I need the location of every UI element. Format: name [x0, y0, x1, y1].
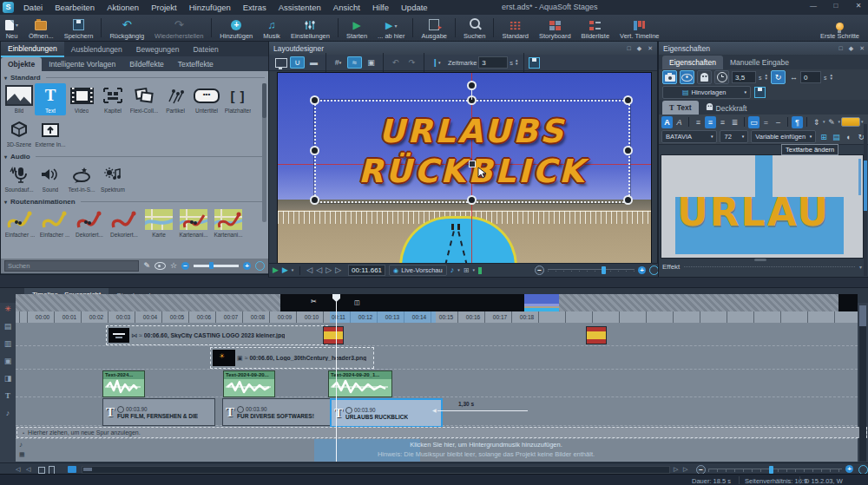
text-lines-button[interactable]: ▤ — [832, 131, 841, 143]
toolbar-starten-button[interactable]: ▶ Starten — [341, 16, 372, 40]
close-button[interactable]: ✕ — [851, 0, 866, 10]
toolbox-item-3d-szene[interactable]: 3D-Szene — [3, 117, 35, 149]
toolbox-item-bild[interactable]: Bild — [3, 83, 35, 115]
timeline-item-text-selected[interactable]: T 00:03.90 URLAUBS RÜCKBLICK — [330, 398, 443, 428]
play-from-marker-button[interactable]: ▶ — [282, 266, 288, 274]
zoom-out-button[interactable]: − — [181, 262, 189, 270]
play-button[interactable]: ▶ — [273, 266, 279, 274]
duration-value-field[interactable]: 3,5 — [732, 71, 756, 83]
close-panel-icon[interactable]: ✕ — [648, 45, 653, 51]
reset-zoom-button[interactable] — [255, 261, 265, 271]
offset-stepper[interactable]: ▲▼ — [829, 74, 832, 81]
audio-preview-icon[interactable]: ♪ — [450, 266, 455, 274]
toolbar-neu-button[interactable]: ▾ Neu — [0, 16, 23, 40]
resize-handle-sw[interactable] — [310, 195, 319, 205]
toolbar-hinzufuegen-button[interactable]: + Hinzufügen — [214, 16, 258, 40]
tab-ausblendungen[interactable]: Ausblendungen — [64, 43, 129, 56]
menu-update[interactable]: Update — [395, 1, 434, 14]
toolbox-item-sound[interactable]: Sound — [35, 162, 66, 194]
text-selection-box[interactable]: URLAUBS RÜCKBLICK — [314, 100, 630, 203]
toolbar-wiederherstellen-button[interactable]: ↷ Wiederherstellen — [149, 16, 208, 40]
resize-handle-se[interactable] — [623, 195, 633, 205]
preview-zoom-out[interactable]: − — [535, 265, 544, 275]
curve-mode-button[interactable]: ≈ — [347, 56, 362, 69]
scroll-right-icon[interactable]: ▷ — [674, 466, 678, 472]
line-spacing-button[interactable]: ⇕ — [811, 116, 822, 128]
maximize-button[interactable]: □ — [828, 0, 844, 10]
toolbox-scrollbar[interactable] — [262, 83, 266, 222]
opacity-button[interactable] — [697, 70, 712, 84]
toolbox-item-externe[interactable]: Externe In... — [35, 117, 66, 149]
tab-manuelle-eingabe[interactable]: Manuelle Eingabe — [723, 56, 796, 69]
pin-panel-icon[interactable]: ◆ — [637, 45, 641, 51]
toolbar-musik-button[interactable]: ♫ Musik — [258, 16, 286, 40]
toolbar-erste-schritte-button[interactable]: Erste Schritte — [815, 16, 865, 40]
text-color-swatch[interactable] — [841, 117, 860, 127]
visibility-button[interactable] — [680, 70, 694, 84]
variable-dropdown[interactable]: Variable einfügen▾ — [751, 130, 816, 143]
step-forward-button[interactable]: ▷ — [326, 266, 332, 274]
paragraph-button[interactable]: ¶ — [792, 116, 803, 128]
page-view-icon[interactable] — [38, 467, 45, 474]
resize-handle-w[interactable] — [310, 146, 319, 155]
toolbox-item-route-3[interactable]: Dekoriert... — [72, 207, 107, 239]
maximize-panel-icon[interactable]: □ — [839, 45, 843, 51]
text-box-button[interactable]: ▭ — [748, 116, 760, 128]
tab-dateien[interactable]: Dateien — [186, 43, 225, 56]
timeline-ruler[interactable]: 00:00 00:01 00:02 00:03 00:04 00:05 00:0… — [16, 311, 858, 324]
offset-value-field[interactable]: 0 — [800, 71, 821, 83]
toolbox-item-route-4[interactable]: Dekoriert... — [107, 207, 141, 239]
text-area-scrollbar[interactable] — [858, 159, 861, 195]
rotate-mode-button[interactable]: ∪ — [290, 56, 305, 69]
minimize-button[interactable]: — — [806, 0, 821, 10]
frame-grid-icon[interactable]: ⊞ — [464, 267, 470, 274]
scroll-right-icon[interactable]: ▷ — [683, 466, 687, 472]
toolbar-ausgabe-button[interactable]: Ausgabe — [416, 16, 452, 40]
text-edit-area[interactable]: URLAU — [661, 154, 864, 259]
rotation-handle[interactable] — [467, 81, 477, 90]
resize-handle-ne[interactable] — [623, 95, 633, 105]
resize-handle-s[interactable] — [467, 195, 477, 205]
section-standard-header[interactable]: ▾Standard — [1, 71, 268, 82]
zoom-in-button[interactable]: + — [243, 262, 251, 270]
align-justify-button[interactable]: ≣ — [729, 116, 740, 128]
hyphen-button[interactable]: – — [773, 116, 784, 128]
toolbox-item-kartenanimation-2[interactable]: Kartenani... — [211, 207, 246, 239]
menu-ansicht[interactable]: Ansicht — [327, 1, 366, 14]
timeline-item-flag-image[interactable] — [323, 326, 344, 344]
toolbar-standard-button[interactable]: Standard — [496, 16, 533, 40]
tab-bewegungen[interactable]: Bewegungen — [129, 43, 187, 56]
save-template-button[interactable] — [754, 87, 766, 98]
timeline-item-audio-1[interactable]: Text-2024... — [102, 370, 145, 397]
toolbox-item-flexi-collage[interactable]: Flexi-Coll... — [128, 83, 160, 115]
duration-button[interactable] — [714, 70, 729, 84]
loop-button[interactable]: ↻ — [771, 70, 786, 84]
toolbar-storyboard-button[interactable]: Storyboard — [534, 16, 576, 40]
toolbar-einstellungen-button[interactable]: Einstellungen — [286, 16, 335, 40]
follow-playhead-button[interactable] — [68, 466, 76, 473]
align-left-button[interactable]: ≡ — [693, 116, 704, 128]
templates-dropdown[interactable]: ▤ Hinvorlagen ▾ — [662, 86, 751, 99]
zeitmarke-input[interactable] — [478, 56, 508, 69]
font-family-dropdown[interactable]: BATAVIA▾ — [661, 130, 717, 143]
contrast-button[interactable]: ◐ — [844, 131, 853, 143]
toolbox-item-route-2[interactable]: Einfacher ... — [37, 207, 72, 239]
section-audio-header[interactable]: ▾Audio — [1, 150, 268, 161]
text-style-button[interactable]: ✎ — [826, 116, 838, 128]
rows-icon[interactable]: ▥ — [4, 340, 12, 348]
timeline-item-flag-image[interactable] — [586, 326, 607, 344]
pin-panel-icon[interactable]: ◆ — [849, 45, 853, 51]
scroll-left-icon[interactable]: ◁ — [26, 466, 30, 472]
chevron-down-icon[interactable]: ▾ — [823, 120, 825, 124]
slide-preview[interactable]: URLAUBS RÜCKBLICK — [277, 72, 652, 265]
menu-projekt[interactable]: Projekt — [145, 1, 183, 14]
subtab-texteffekte[interactable]: Texteffekte — [171, 57, 220, 71]
toolbox-item-spektrum[interactable]: Spektrum — [97, 162, 128, 194]
subtab-text[interactable]: TText — [662, 101, 699, 115]
step-last-button[interactable]: ▷ — [335, 266, 341, 274]
timeline-item-text-2[interactable]: T 00:03.90 FÜR DIVERSE SOFTWARES! — [222, 398, 334, 426]
toolbar-bilderliste-button[interactable]: Bilderliste — [576, 16, 615, 40]
toolbar-speichern-button[interactable]: Speichern — [59, 16, 99, 40]
camera-pan-button[interactable] — [662, 70, 677, 84]
timeline-vscrollbar[interactable] — [859, 305, 866, 462]
